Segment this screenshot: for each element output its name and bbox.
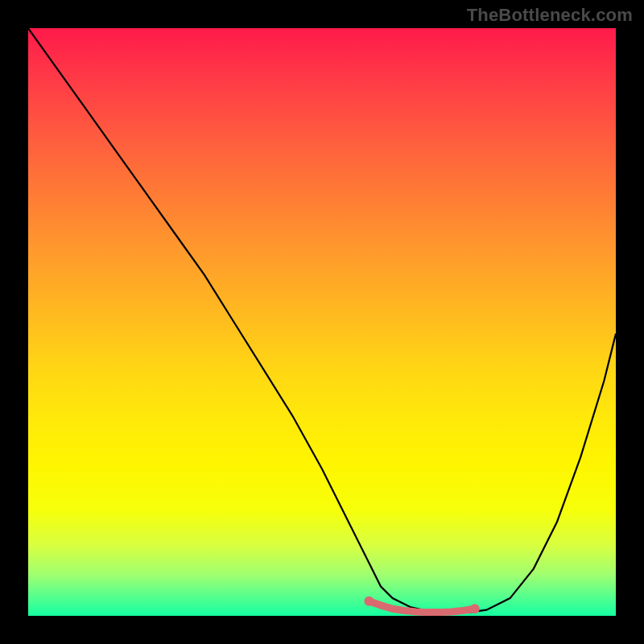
optimal-marker-end [470,604,480,613]
curve-svg [28,28,616,616]
optimal-marker-start [364,597,374,606]
optimal-band-line [369,601,474,613]
watermark-text: TheBottleneck.com [467,5,633,26]
plot-area [28,28,616,616]
bottleneck-curve [28,28,616,613]
